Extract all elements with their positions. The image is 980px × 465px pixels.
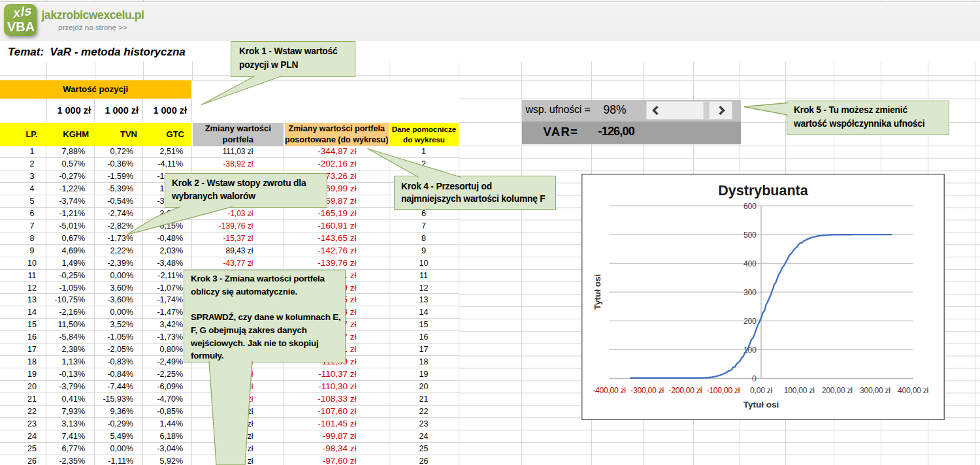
svg-text:300: 300 <box>743 287 757 297</box>
svg-text:Tytuł osi: Tytuł osi <box>592 274 602 310</box>
svg-text:-400,00 zł: -400,00 zł <box>593 385 626 394</box>
svg-text:-300,00 zł: -300,00 zł <box>630 385 664 394</box>
svg-text:400: 400 <box>743 259 757 268</box>
svg-text:Tytuł osi: Tytuł osi <box>743 399 779 409</box>
svg-text:0: 0 <box>752 374 757 383</box>
svg-text:0,00 zł: 0,00 zł <box>750 385 772 394</box>
svg-text:Dystrybuanta: Dystrybuanta <box>718 183 808 199</box>
svg-text:200: 200 <box>743 316 757 325</box>
svg-text:100,00 zł: 100,00 zł <box>783 385 814 394</box>
svg-text:500: 500 <box>743 230 757 239</box>
svg-text:600: 600 <box>743 201 757 210</box>
svg-text:-200,00 zł: -200,00 zł <box>668 385 702 394</box>
svg-text:200,00 zł: 200,00 zł <box>821 385 852 394</box>
svg-text:-100,00 zł: -100,00 zł <box>706 385 740 394</box>
svg-text:400,00 zł: 400,00 zł <box>898 385 928 394</box>
svg-text:300,00 zł: 300,00 zł <box>860 385 890 394</box>
